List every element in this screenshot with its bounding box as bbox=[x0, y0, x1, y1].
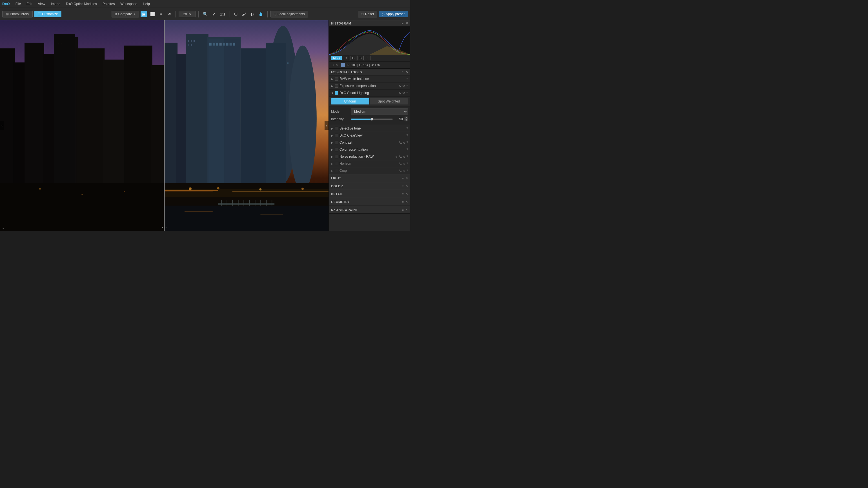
tool-color-accentuation[interactable]: ▶ Color accentuation ? bbox=[329, 146, 410, 153]
channel-r-button[interactable]: R bbox=[343, 56, 349, 60]
local-adjustments-button[interactable]: ⬡ Local adjustments bbox=[271, 11, 308, 18]
tool-smart-lighting[interactable]: ▼ DxO Smart Lighting Auto ? bbox=[329, 90, 410, 97]
section-dxo-viewpoint[interactable]: DXO VIEWPOINT ≡ ✕ bbox=[329, 206, 410, 214]
tool-help-crop[interactable]: ? bbox=[406, 169, 408, 172]
tool-horizon[interactable]: ▶ Horizon Auto ? bbox=[329, 160, 410, 167]
tool-help-color-accentuation[interactable]: ? bbox=[406, 148, 408, 151]
tool-raw-white-balance[interactable]: ▶ RAW white balance ? bbox=[329, 75, 410, 83]
tool-crop[interactable]: ▶ Crop Auto ? bbox=[329, 167, 410, 174]
channel-g-button[interactable]: G bbox=[350, 56, 356, 60]
reset-button[interactable]: ↺ Reset bbox=[358, 11, 377, 18]
svg-rect-42 bbox=[233, 43, 235, 45]
tab-uniform[interactable]: Uniform bbox=[331, 98, 369, 104]
channel-b-button[interactable]: B bbox=[358, 56, 364, 60]
tool-checkbox-horizon[interactable] bbox=[335, 162, 338, 165]
menu-image[interactable]: Image bbox=[49, 1, 63, 6]
svg-rect-41 bbox=[229, 43, 232, 45]
tool-exposure[interactable]: ▶ Exposure compensation Auto ? bbox=[329, 83, 410, 90]
tool-checkbox-exposure[interactable] bbox=[335, 84, 338, 88]
crop-tool-button[interactable]: ⬜ bbox=[149, 11, 156, 17]
collapse-panel-left[interactable]: ‹ bbox=[0, 121, 4, 130]
tool-clearview[interactable]: ▶ DxO ClearView ? bbox=[329, 132, 410, 139]
intensity-increment[interactable]: ▲ bbox=[405, 117, 408, 119]
image-area[interactable]: ‹ ... bbox=[0, 20, 329, 231]
one-to-one-button[interactable]: 1:1 bbox=[219, 11, 227, 17]
tool-help-raw-wb[interactable]: ? bbox=[406, 77, 408, 80]
intensity-decrement[interactable]: ▼ bbox=[405, 119, 408, 121]
intensity-slider[interactable] bbox=[351, 119, 393, 120]
retouch-tool-button[interactable]: ✒ bbox=[158, 11, 164, 17]
tool-help-smart-lighting[interactable]: ? bbox=[406, 91, 408, 95]
menu-view[interactable]: View bbox=[36, 1, 48, 6]
fit-button[interactable]: ⤢ bbox=[211, 11, 217, 17]
slider-thumb[interactable] bbox=[370, 118, 373, 121]
section-geometry-close[interactable]: ✕ bbox=[405, 200, 408, 204]
section-light-close[interactable]: ✕ bbox=[405, 176, 408, 180]
tool-contrast[interactable]: ▶ Contrast Auto ? bbox=[329, 139, 410, 146]
tool-label-raw-wb: RAW white balance bbox=[339, 77, 404, 81]
menu-edit[interactable]: Edit bbox=[24, 1, 35, 6]
tool-help-contrast[interactable]: ? bbox=[406, 141, 408, 144]
intensity-slider-container bbox=[351, 119, 393, 120]
side-by-side-button[interactable]: ▣ bbox=[141, 11, 147, 17]
section-color-close[interactable]: ✕ bbox=[405, 184, 408, 188]
tool-checkbox-selective-tone[interactable] bbox=[335, 127, 338, 130]
polygon-tool-button[interactable]: ⬡ bbox=[233, 11, 239, 17]
histogram-header-icons: ≡ ✕ bbox=[402, 22, 408, 25]
tool-checkbox-clearview[interactable] bbox=[335, 134, 338, 137]
collapse-panel-right[interactable]: › bbox=[324, 121, 329, 130]
apply-preset-button[interactable]: ▷ Apply preset bbox=[379, 11, 408, 17]
gradient-tool-button[interactable]: ◐ bbox=[249, 11, 255, 17]
tool-checkbox-color-accentuation[interactable] bbox=[335, 148, 338, 151]
svg-rect-25 bbox=[191, 44, 192, 46]
menu-workspace[interactable]: Workspace bbox=[118, 1, 140, 6]
tool-checkbox-raw-wb[interactable] bbox=[335, 77, 338, 80]
menu-dxo-optics[interactable]: DxO Optics Modules bbox=[64, 1, 99, 6]
compare-button[interactable]: ⧉ Compare ▼ bbox=[112, 11, 139, 18]
channel-rgb-button[interactable]: RGB bbox=[331, 56, 342, 60]
tool-checkbox-smart-lighting[interactable] bbox=[335, 91, 338, 95]
menu-help[interactable]: Help bbox=[141, 1, 152, 6]
histogram-close-icon[interactable]: ✕ bbox=[405, 22, 408, 25]
section-color[interactable]: COLOR ≡ ✕ bbox=[329, 182, 410, 190]
tool-arrow-contrast: ▶ bbox=[331, 141, 334, 144]
tool-noise-reduction[interactable]: ▶ Noise reduction - RAW ⌾ Auto ? bbox=[329, 153, 410, 160]
section-color-menu[interactable]: ≡ bbox=[402, 185, 404, 188]
tools-menu-icon[interactable]: ≡ bbox=[402, 70, 404, 74]
tool-selective-tone[interactable]: ▶ Selective tone ? bbox=[329, 125, 410, 132]
brush-tool-button[interactable]: 🖌 bbox=[241, 11, 247, 17]
tool-help-horizon[interactable]: ? bbox=[406, 162, 408, 165]
tool-checkbox-contrast[interactable] bbox=[335, 141, 338, 144]
tool-help-exposure[interactable]: ? bbox=[406, 84, 408, 88]
section-detail[interactable]: DETAIL ≡ ✕ bbox=[329, 190, 410, 198]
red-eye-button[interactable]: 👁 bbox=[166, 11, 173, 17]
section-geometry[interactable]: GEOMETRY ≡ ✕ bbox=[329, 198, 410, 206]
zoom-button[interactable]: 🔍 bbox=[202, 11, 209, 17]
section-dxo-viewpoint-close[interactable]: ✕ bbox=[405, 208, 408, 212]
channel-l-button[interactable]: L bbox=[365, 56, 370, 60]
tool-help-selective-tone[interactable]: ? bbox=[406, 127, 408, 130]
section-detail-close[interactable]: ✕ bbox=[405, 192, 408, 196]
tool-help-noise-reduction[interactable]: ? bbox=[406, 155, 408, 158]
tab-spot-weighted[interactable]: Spot Weighted bbox=[370, 98, 408, 104]
tool-help-clearview[interactable]: ? bbox=[406, 134, 408, 137]
customize-button[interactable]: ☰ Customize bbox=[34, 11, 61, 17]
menu-file[interactable]: File bbox=[13, 1, 23, 6]
menu-palettes[interactable]: Palettes bbox=[100, 1, 117, 6]
eye-dropper-button[interactable]: 💧 bbox=[257, 11, 265, 17]
tool-checkbox-crop[interactable] bbox=[335, 169, 338, 172]
section-light[interactable]: LIGHT ≡ ✕ bbox=[329, 174, 410, 182]
histogram-menu-icon[interactable]: ≡ bbox=[402, 22, 404, 25]
tool-checkbox-noise-reduction[interactable] bbox=[335, 155, 338, 158]
section-light-menu[interactable]: ≡ bbox=[402, 176, 404, 180]
section-geometry-menu[interactable]: ≡ bbox=[402, 200, 404, 204]
tool-arrow-horizon: ▶ bbox=[331, 162, 334, 165]
tools-close-icon[interactable]: ✕ bbox=[405, 70, 408, 74]
section-detail-menu[interactable]: ≡ bbox=[402, 192, 404, 196]
mode-select[interactable]: Medium bbox=[351, 108, 408, 115]
intensity-label: Intensity bbox=[331, 117, 349, 121]
svg-point-27 bbox=[288, 45, 317, 192]
section-dxo-viewpoint-menu[interactable]: ≡ bbox=[402, 208, 404, 212]
intensity-spinner: ▲ ▼ bbox=[405, 117, 408, 121]
photo-library-button[interactable]: ⊞ PhotoLibrary bbox=[2, 11, 33, 18]
